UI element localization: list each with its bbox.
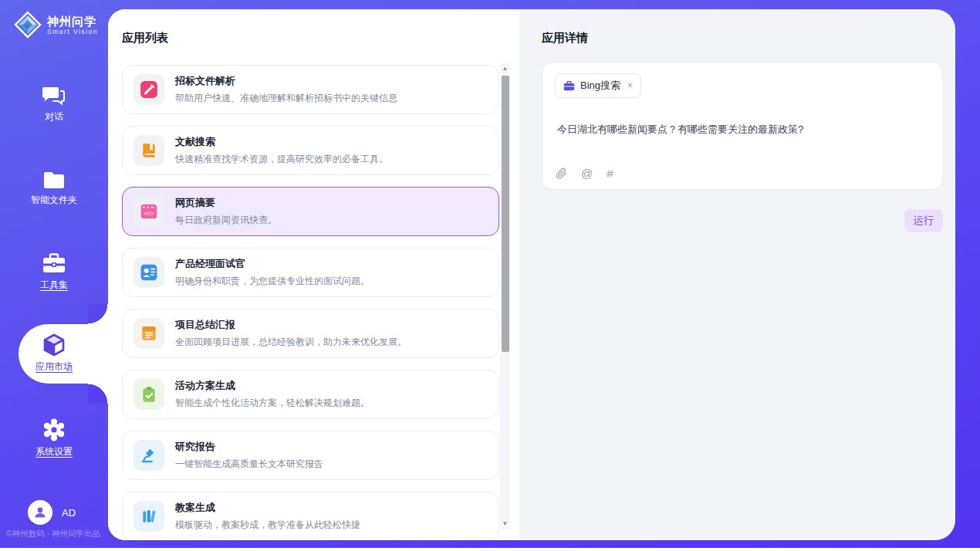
list-scrollbar[interactable]: ▲ ▼ xyxy=(500,63,510,529)
app-name: 项目总结汇报 xyxy=(175,318,407,332)
app-icon-wrap: </> xyxy=(133,196,164,227)
sidebar-item-toolbox[interactable]: 工具集 xyxy=(0,253,108,292)
app-icon-wrap xyxy=(133,501,164,532)
run-button[interactable]: 运行 xyxy=(904,209,943,232)
hash-icon[interactable]: # xyxy=(607,167,613,180)
tool-tag-bing-search[interactable]: Bing搜索 × xyxy=(555,73,641,98)
brand-name: 神州问学 xyxy=(47,15,98,28)
gear-icon xyxy=(42,418,66,441)
app-list-item-tender-parse[interactable]: 招标文件解析 帮助用户快速、准确地理解和解析招标书中的关键信息 xyxy=(122,65,499,114)
books-icon xyxy=(140,507,158,526)
app-icon-wrap xyxy=(133,379,164,410)
sidebar-item-app-market[interactable]: 应用市场 xyxy=(0,333,108,374)
brand-logo: 神州问学 Smart Vision xyxy=(14,11,98,39)
app-name: 招标文件解析 xyxy=(175,74,397,88)
scroll-up-icon[interactable]: ▲ xyxy=(500,63,510,74)
avatar xyxy=(28,500,52,525)
app-name: 文献搜索 xyxy=(175,135,388,149)
scrollbar-thumb[interactable] xyxy=(502,76,509,352)
sidebar-item-label: 对话 xyxy=(45,110,63,123)
diamond-logo-icon xyxy=(14,11,42,39)
prompt-card: Bing搜索 × 今日湖北有哪些新闻要点？有哪些需要关注的最新政策? @ # xyxy=(542,62,943,190)
app-list-item-literature-search[interactable]: 文献搜索 快速精准查找学术资源，提高研究效率的必备工具。 xyxy=(122,126,499,175)
app-list-item-event-plan[interactable]: 活动方案生成 智能生成个性化活动方案，轻松解决规划难题。 xyxy=(122,370,499,419)
scroll-down-icon[interactable]: ▼ xyxy=(500,519,510,529)
app-list: 招标文件解析 帮助用户快速、准确地理解和解析招标书中的关键信息 文献搜索 xyxy=(122,65,499,540)
app-desc: 快速精准查找学术资源，提高研究效率的必备工具。 xyxy=(175,153,388,166)
sidebar-item-chat[interactable]: 对话 xyxy=(0,85,108,123)
app-desc: 智能生成个性化活动方案，轻松解决规划难题。 xyxy=(175,397,370,410)
user-name: AD xyxy=(62,507,76,519)
content-surface: 应用列表 招标文件解析 帮助用户快速、准确地理解和解析招标书中的关键信息 xyxy=(108,9,955,540)
web-code-icon: </> xyxy=(140,202,158,221)
user-account[interactable]: AD xyxy=(28,500,76,525)
app-list-item-pm-interviewer[interactable]: 产品经理面试官 明确身份和职责，为您提供专业性的面试问题。 xyxy=(122,248,499,297)
bubble-curve-bottom xyxy=(88,384,108,404)
app-name: 产品经理面试官 xyxy=(175,257,370,271)
toolbox-icon xyxy=(42,253,66,275)
interviewer-icon xyxy=(140,263,158,282)
app-list-item-web-summary[interactable]: </> 网页摘要 每日政府新闻资讯快查。 xyxy=(122,187,499,236)
app-detail-title: 应用详情 xyxy=(542,31,588,46)
cube-icon xyxy=(42,333,66,357)
brand-subtitle: Smart Vision xyxy=(47,28,98,35)
prompt-input[interactable]: 今日湖北有哪些新闻要点？有哪些需要关注的最新政策? xyxy=(557,123,930,137)
app-list-title: 应用列表 xyxy=(122,31,168,46)
briefcase-icon xyxy=(563,81,575,91)
sidebar-item-label: 系统设置 xyxy=(35,445,73,458)
app-name: 教案生成 xyxy=(175,501,360,515)
chat-icon xyxy=(42,85,66,106)
sidebar-item-label: 应用市场 xyxy=(35,360,73,374)
sidebar-item-settings[interactable]: 系统设置 xyxy=(0,418,108,458)
prompt-toolbar: @ # xyxy=(556,167,613,180)
app-list-item-project-summary[interactable]: 项目总结汇报 全面回顾项目进展，总结经验教训，助力未来优化发展。 xyxy=(122,309,499,358)
app-desc: 一键智能生成高质量长文本研究报告 xyxy=(175,458,323,471)
folder-icon xyxy=(42,170,66,190)
app-name: 研究报告 xyxy=(175,440,323,454)
clipboard-check-icon xyxy=(140,385,158,404)
mention-icon[interactable]: @ xyxy=(581,167,593,180)
app-name: 活动方案生成 xyxy=(175,379,370,393)
app-desc: 帮助用户快速、准确地理解和解析招标书中的关键信息 xyxy=(175,92,397,105)
bubble-curve-top xyxy=(88,304,108,324)
app-detail-panel: 应用详情 Bing搜索 × 今日湖北有哪些新闻要点？有哪些需要关注的最新政策? xyxy=(519,9,955,540)
app-icon-wrap xyxy=(133,257,164,288)
sidebar: 神州问学 Smart Vision 对话 智能文件夹 xyxy=(0,0,108,548)
app-window: 神州问学 Smart Vision 对话 智能文件夹 xyxy=(0,0,980,548)
app-list-item-research-report[interactable]: 研究报告 一键智能生成高质量长文本研究报告 xyxy=(122,431,499,480)
app-desc: 明确身份和职责，为您提供专业性的面试问题。 xyxy=(175,275,370,288)
app-name: 网页摘要 xyxy=(175,196,277,210)
sidebar-item-label: 工具集 xyxy=(40,279,68,292)
app-icon-wrap xyxy=(133,318,164,349)
tag-close-icon[interactable]: × xyxy=(627,80,633,91)
sidebar-item-smart-folder[interactable]: 智能文件夹 xyxy=(0,170,108,207)
app-desc: 每日政府新闻资讯快查。 xyxy=(175,214,277,227)
app-icon-wrap xyxy=(133,135,164,166)
sidebar-item-label: 智能文件夹 xyxy=(31,194,77,207)
microscope-icon xyxy=(140,446,158,465)
edit-doc-icon xyxy=(140,80,158,99)
note-icon xyxy=(140,324,158,343)
app-list-panel: 应用列表 招标文件解析 帮助用户快速、准确地理解和解析招标书中的关键信息 xyxy=(108,9,519,540)
app-icon-wrap xyxy=(133,440,164,471)
tool-tag-label: Bing搜索 xyxy=(580,79,620,93)
paperclip-icon[interactable] xyxy=(556,167,567,180)
copyright-text: ©神州数码 · 神州问学出品 xyxy=(6,529,108,539)
book-icon xyxy=(140,141,158,160)
app-desc: 全面回顾项目进展，总结经验教训，助力未来优化发展。 xyxy=(175,336,407,349)
person-icon xyxy=(33,505,47,519)
svg-text:</>: </> xyxy=(144,211,154,217)
app-icon-wrap xyxy=(133,74,164,105)
app-desc: 模板驱动，教案秒成，教学准备从此轻松快捷 xyxy=(175,519,360,532)
app-list-item-lesson-plan[interactable]: 教案生成 模板驱动，教案秒成，教学准备从此轻松快捷 xyxy=(122,492,499,540)
